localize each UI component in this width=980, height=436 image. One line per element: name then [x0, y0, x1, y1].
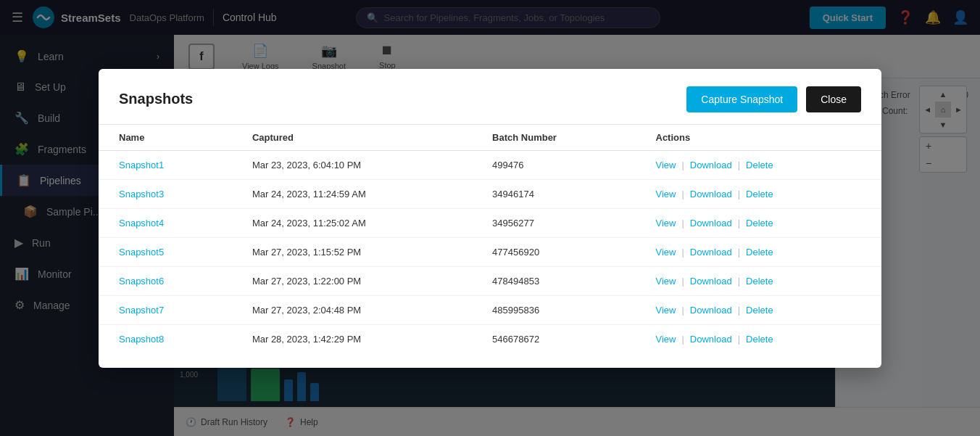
col-name: Name [99, 124, 232, 150]
snapshot-batch-cell: 485995836 [472, 295, 635, 324]
download-action-link[interactable]: Download [690, 218, 732, 229]
separator: | [681, 160, 684, 170]
snapshot-actions-cell: View | Download | Delete [636, 237, 882, 266]
snapshot-captured-cell: Mar 23, 2023, 6:04:10 PM [232, 150, 472, 179]
snapshot-name-link[interactable]: Snapshot7 [119, 305, 164, 316]
snapshot-captured-cell: Mar 24, 2023, 11:24:59 AM [232, 179, 472, 208]
snapshot-name-cell: Snapshot5 [99, 237, 232, 266]
snapshots-modal: Snapshots Capture Snapshot Close Name Ca… [99, 69, 881, 368]
separator: | [738, 247, 740, 258]
download-action-link[interactable]: Download [690, 276, 732, 287]
close-modal-button[interactable]: Close [806, 86, 861, 112]
capture-snapshot-button[interactable]: Capture Snapshot [686, 86, 797, 112]
snapshot-batch-cell: 477456920 [472, 237, 635, 266]
snapshot-captured-cell: Mar 24, 2023, 11:25:02 AM [232, 208, 472, 237]
snapshot-name-link[interactable]: Snapshot4 [119, 218, 164, 229]
snapshot-actions-cell: View | Download | Delete [636, 266, 882, 295]
download-action-link[interactable]: Download [690, 334, 732, 345]
separator: | [738, 189, 740, 200]
separator: | [738, 305, 740, 316]
snapshot-captured-cell: Mar 27, 2023, 1:15:52 PM [232, 237, 472, 266]
modal-overlay[interactable]: Snapshots Capture Snapshot Close Name Ca… [0, 0, 980, 436]
view-action-link[interactable]: View [656, 218, 676, 229]
snapshots-table: Name Captured Batch Number Actions Snaps… [99, 124, 881, 353]
separator: | [738, 218, 740, 229]
snapshot-name-link[interactable]: Snapshot3 [119, 189, 164, 200]
separator: | [681, 247, 684, 258]
table-row: Snapshot3 Mar 24, 2023, 11:24:59 AM 3494… [99, 179, 881, 208]
snapshot-name-cell: Snapshot4 [99, 208, 232, 237]
snapshot-name-cell: Snapshot1 [99, 150, 232, 179]
snapshot-batch-cell: 34946174 [472, 179, 635, 208]
snapshot-name-link[interactable]: Snapshot1 [119, 160, 164, 170]
view-action-link[interactable]: View [656, 247, 676, 258]
separator: | [738, 276, 740, 287]
table-row: Snapshot4 Mar 24, 2023, 11:25:02 AM 3495… [99, 208, 881, 237]
delete-action-link[interactable]: Delete [746, 160, 773, 170]
view-action-link[interactable]: View [656, 305, 676, 316]
view-action-link[interactable]: View [656, 160, 676, 170]
snapshot-batch-cell: 478494853 [472, 266, 635, 295]
download-action-link[interactable]: Download [690, 160, 732, 170]
col-actions: Actions [636, 124, 882, 150]
delete-action-link[interactable]: Delete [746, 334, 773, 345]
snapshot-actions-cell: View | Download | Delete [636, 179, 882, 208]
delete-action-link[interactable]: Delete [746, 305, 773, 316]
snapshot-batch-cell: 34956277 [472, 208, 635, 237]
modal-header: Snapshots Capture Snapshot Close [99, 69, 881, 124]
snapshot-actions-cell: View | Download | Delete [636, 295, 882, 324]
download-action-link[interactable]: Download [690, 247, 732, 258]
snapshot-batch-cell: 499476 [472, 150, 635, 179]
snapshot-actions-cell: View | Download | Delete [636, 324, 882, 353]
modal-action-buttons: Capture Snapshot Close [686, 86, 861, 112]
view-action-link[interactable]: View [656, 189, 676, 200]
snapshot-actions-cell: View | Download | Delete [636, 208, 882, 237]
modal-title: Snapshots [119, 91, 193, 107]
download-action-link[interactable]: Download [690, 305, 732, 316]
table-row: Snapshot1 Mar 23, 2023, 6:04:10 PM 49947… [99, 150, 881, 179]
separator: | [738, 334, 740, 345]
separator: | [738, 160, 740, 170]
separator: | [681, 218, 684, 229]
delete-action-link[interactable]: Delete [746, 276, 773, 287]
separator: | [681, 305, 684, 316]
download-action-link[interactable]: Download [690, 189, 732, 200]
snapshot-name-cell: Snapshot3 [99, 179, 232, 208]
col-captured: Captured [232, 124, 472, 150]
table-header: Name Captured Batch Number Actions [99, 124, 881, 150]
snapshot-captured-cell: Mar 27, 2023, 2:04:48 PM [232, 295, 472, 324]
separator: | [681, 189, 684, 200]
snapshot-name-cell: Snapshot7 [99, 295, 232, 324]
snapshot-actions-cell: View | Download | Delete [636, 150, 882, 179]
snapshot-captured-cell: Mar 27, 2023, 1:22:00 PM [232, 266, 472, 295]
col-batch: Batch Number [472, 124, 635, 150]
table-row: Snapshot5 Mar 27, 2023, 1:15:52 PM 47745… [99, 237, 881, 266]
snapshot-name-cell: Snapshot8 [99, 324, 232, 353]
view-action-link[interactable]: View [656, 276, 676, 287]
table-row: Snapshot6 Mar 27, 2023, 1:22:00 PM 47849… [99, 266, 881, 295]
snapshot-name-link[interactable]: Snapshot6 [119, 276, 164, 287]
snapshot-batch-cell: 546678672 [472, 324, 635, 353]
table-body: Snapshot1 Mar 23, 2023, 6:04:10 PM 49947… [99, 150, 881, 353]
snapshot-name-link[interactable]: Snapshot8 [119, 334, 164, 345]
snapshot-captured-cell: Mar 28, 2023, 1:42:29 PM [232, 324, 472, 353]
snapshot-name-cell: Snapshot6 [99, 266, 232, 295]
delete-action-link[interactable]: Delete [746, 189, 773, 200]
separator: | [681, 334, 684, 345]
snapshot-name-link[interactable]: Snapshot5 [119, 247, 164, 258]
table-row: Snapshot8 Mar 28, 2023, 1:42:29 PM 54667… [99, 324, 881, 353]
delete-action-link[interactable]: Delete [746, 218, 773, 229]
delete-action-link[interactable]: Delete [746, 247, 773, 258]
view-action-link[interactable]: View [656, 334, 676, 345]
table-row: Snapshot7 Mar 27, 2023, 2:04:48 PM 48599… [99, 295, 881, 324]
separator: | [681, 276, 684, 287]
modal-footer [99, 353, 881, 368]
